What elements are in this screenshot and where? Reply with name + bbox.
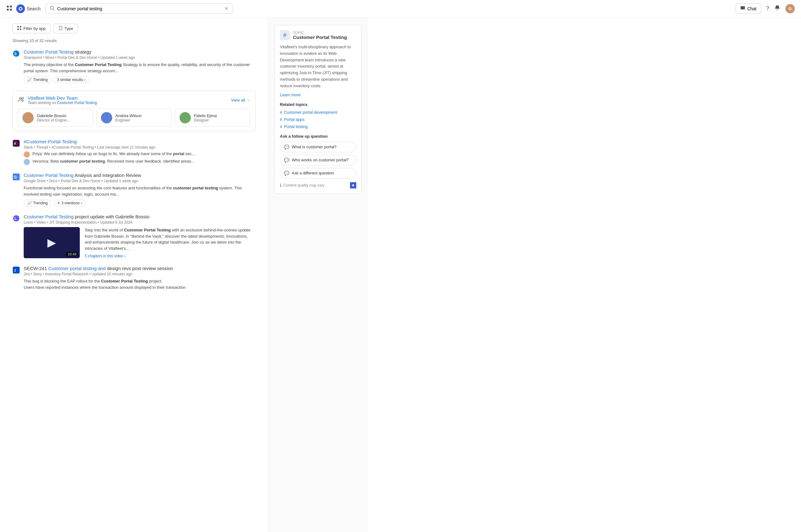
member-card[interactable]: Fidelis Ejima Designer — [175, 109, 250, 127]
follow-up-button[interactable]: 💬 Who works on customer portal? — [280, 155, 356, 165]
follow-up-title: Ask a follow up question — [280, 134, 356, 139]
chevron-right-icon: › — [124, 254, 126, 258]
slack-text: Veronica: Beta customer portal testing. … — [33, 159, 194, 164]
trending-tag[interactable]: 📈 Trending — [24, 76, 51, 83]
chat-label: Chat — [747, 6, 757, 11]
trending-tag[interactable]: 📈 Trending — [24, 200, 51, 207]
video-duration: 10:49 — [66, 252, 78, 256]
view-all-link[interactable]: View all → — [231, 98, 250, 102]
team-card: Vitafleet Web Dev Team Team working on C… — [13, 91, 256, 131]
related-topics-title: Related topics — [280, 102, 356, 107]
result-item: S Customer Portal Testing strategy Share… — [13, 49, 256, 83]
svg-point-5 — [20, 8, 21, 10]
video-chapters-link[interactable]: 5 chapters in this video › — [85, 254, 256, 258]
member-card[interactable]: Gabrielle Bossio Director of Engine... — [18, 109, 93, 127]
svg-text:J: J — [14, 268, 16, 272]
mentions-icon: ✦ — [57, 201, 60, 205]
sharepoint-icon: S — [13, 50, 20, 57]
member-role: Designer — [194, 118, 217, 122]
result-link[interactable]: Customer Portal Testing — [24, 173, 74, 178]
result-body: Customer Portal Testing strategy Sharepo… — [24, 49, 256, 83]
help-icon[interactable]: ? — [766, 5, 769, 12]
svg-point-14 — [20, 97, 21, 99]
brand-logo-small — [350, 182, 356, 188]
result-title: Customer Portal Testing strategy — [24, 49, 256, 55]
svg-rect-11 — [20, 28, 21, 30]
trending-label: Trending — [33, 78, 48, 82]
info-icon: ℹ — [280, 183, 281, 188]
chat-icon — [740, 6, 745, 12]
app-logo: Search — [16, 4, 40, 13]
video-thumbnail[interactable]: ▶ 10:49 — [24, 227, 80, 258]
member-name: Gabrielle Bossio — [37, 113, 70, 118]
similar-results-tag[interactable]: 3 similar results › — [54, 76, 89, 83]
ask-different-question-button[interactable]: 💬 Ask a different question — [280, 168, 356, 178]
member-name: Andrea Wilson — [115, 113, 142, 118]
related-topic[interactable]: # Customer portal development — [280, 110, 356, 115]
related-topic[interactable]: # Portal apps — [280, 117, 356, 122]
topic-header: # Topic Customer Portal Testing — [280, 30, 356, 40]
topic-label: Topic — [293, 31, 347, 35]
result-meta: Google Drive • Docs • Portal Des & Dev H… — [24, 179, 256, 183]
user-avatar[interactable]: G — [785, 4, 795, 13]
mentions-label: 3 mentions — [61, 201, 80, 205]
result-link[interactable]: #Customer-Portal-Testing — [24, 139, 77, 144]
logo-icon — [16, 4, 25, 13]
result-title-rest: project update with Gabrielle Bossio — [74, 214, 149, 219]
result-snippet: Functional testing focused on assessing … — [24, 185, 256, 197]
svg-text:L: L — [15, 216, 17, 221]
chapters-label: 5 chapters in this video — [85, 254, 123, 258]
svg-point-25 — [352, 184, 354, 186]
similar-label: 3 similar results — [57, 78, 83, 82]
svg-rect-10 — [17, 28, 19, 30]
topic-title-block: Topic Customer Portal Testing — [293, 31, 347, 40]
team-name[interactable]: Vitafleet Web Dev Team — [28, 95, 97, 101]
team-subtitle: Team working on Customer Portal Testing — [28, 101, 97, 105]
svg-text:G: G — [14, 175, 17, 179]
member-role: Engineer — [115, 118, 142, 122]
member-list: Gabrielle Bossio Director of Engine... A… — [18, 109, 250, 127]
svg-text:S: S — [14, 52, 17, 56]
arrow-right-icon: → — [246, 98, 250, 102]
chat-bubble-icon: 💬 — [284, 171, 289, 176]
result-title: Customer Portal Testing project update w… — [24, 214, 256, 219]
chat-button[interactable]: Chat — [735, 3, 761, 14]
filter-by-app-label: Filter by app — [23, 26, 46, 31]
member-card[interactable]: Andrea Wilson Engineer — [96, 109, 172, 127]
result-link[interactable]: Customer portal testing and — [48, 266, 106, 271]
filter-bar: Filter by app Type — [13, 24, 256, 33]
slack-avatar — [24, 159, 30, 165]
search-input[interactable] — [57, 6, 222, 11]
right-panel: # Topic Customer Portal Testing Vitaflee… — [268, 17, 368, 532]
member-info: Fidelis Ejima Designer — [194, 113, 217, 122]
topic-description: Vitafleet's multi-disciplinary approach … — [280, 44, 356, 89]
notification-icon[interactable] — [774, 5, 780, 13]
result-title: SECW-241 Customer portal testing and des… — [24, 266, 256, 271]
team-icon — [18, 96, 25, 104]
loom-icon: L — [13, 215, 20, 222]
trending-icon: 📈 — [27, 201, 32, 205]
clear-search-icon[interactable]: ✕ — [224, 6, 228, 12]
grid-menu-icon[interactable] — [6, 5, 13, 12]
result-snippet: The primary objective of the Customer Po… — [24, 62, 256, 74]
svg-rect-0 — [7, 6, 9, 7]
result-meta: Sharepoint • Word • Portal Des & Dev Hom… — [24, 55, 256, 60]
result-link[interactable]: Customer Portal Testing — [24, 214, 74, 219]
result-body: Customer Portal Testing project update w… — [24, 214, 256, 258]
mentions-tag[interactable]: ✦ 3 mentions › — [54, 200, 86, 207]
related-topic[interactable]: # Portal testing — [280, 124, 356, 129]
learn-more-link[interactable]: Learn more — [280, 93, 356, 97]
file-icon — [58, 26, 63, 31]
result-title: #Customer-Portal-Testing — [24, 139, 256, 144]
jira-icon: J — [13, 266, 20, 274]
team-card-header: Vitafleet Web Dev Team Team working on C… — [18, 95, 250, 105]
search-bar[interactable]: ✕ — [45, 3, 232, 14]
result-link[interactable]: Customer Portal Testing — [24, 49, 74, 55]
type-filter-button[interactable]: Type — [54, 24, 78, 33]
top-navigation: Search ✕ Chat ? G — [0, 0, 801, 17]
content-quality-notice: ℹ Content quality may vary — [280, 182, 356, 188]
result-item: G Customer Portal Testing Analysis and I… — [13, 173, 256, 207]
follow-up-button[interactable]: 💬 What is customer portal? — [280, 142, 356, 152]
view-all-label: View all — [231, 98, 245, 102]
filter-by-app-button[interactable]: Filter by app — [13, 24, 51, 33]
